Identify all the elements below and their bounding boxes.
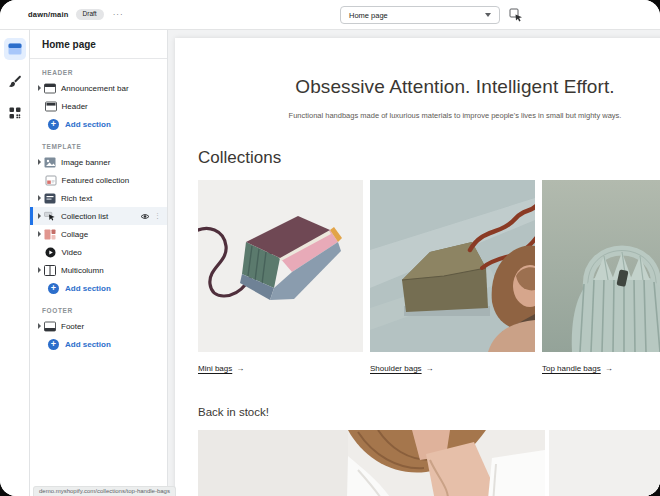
add-section-button-template[interactable]: + Add section [30, 279, 167, 297]
sidebar-item-label: Featured collection [62, 176, 130, 185]
sections-sidebar: Home page Header Announcement bar Header… [30, 30, 168, 496]
sidebar-item-label: Image banner [61, 158, 110, 167]
collection-card-shoulder-bags[interactable] [370, 180, 535, 352]
collection-card-mini-bags[interactable] [198, 180, 363, 352]
featured-collection-section [198, 430, 660, 496]
collection-links-row: Mini bags→ Shoulder bags→ Top handle bag… [198, 364, 660, 373]
sidebar-item-label: Rich text [61, 194, 92, 203]
collage-icon [44, 228, 56, 240]
announcement-bar-icon [44, 82, 56, 94]
collections-heading: Collections [198, 148, 660, 168]
expand-caret-icon[interactable] [38, 195, 41, 201]
top-handle-bags-image [542, 180, 660, 352]
page-selector-value: Home page [349, 11, 388, 20]
visibility-eye-icon[interactable] [140, 213, 150, 220]
hero-subtitle: Functional handbags made of luxurious ma… [175, 111, 660, 120]
sidebar-item-label: Collage [61, 230, 88, 239]
sections-icon [8, 43, 22, 55]
inspector-icon [508, 7, 524, 23]
sidebar-item-label: Collection list [61, 212, 108, 221]
sidebar-page-title: Home page [30, 30, 167, 59]
storefront-preview-area: Obsessive Attention. Intelligent Effort.… [168, 30, 660, 496]
inspector-toggle-button[interactable] [508, 7, 524, 23]
image-banner-icon [44, 156, 56, 168]
mini-bags-image [198, 180, 363, 352]
group-label-template: Template [42, 143, 167, 150]
collection-link-mini-bags[interactable]: Mini bags→ [198, 364, 363, 373]
arrow-right-icon: → [605, 364, 613, 373]
sidebar-item-label: Announcement bar [61, 84, 129, 93]
more-menu-button[interactable]: ··· [113, 10, 124, 19]
add-section-button-header[interactable]: + Add section [30, 115, 167, 133]
arrow-right-icon: → [236, 364, 244, 373]
header-icon [45, 100, 57, 112]
add-section-button-footer[interactable]: + Add section [30, 335, 167, 353]
sidebar-item-video[interactable]: Video [30, 243, 167, 261]
sidebar-item-image-banner[interactable]: Image banner [30, 153, 167, 171]
status-bar-url: demo.myshopify.com/collections/top-handl… [33, 486, 176, 496]
add-icon: + [48, 119, 59, 130]
expand-caret-icon[interactable] [38, 323, 41, 329]
product-image-plain[interactable] [549, 430, 660, 496]
theme-settings-button[interactable] [4, 70, 26, 92]
group-label-header: Header [42, 69, 167, 76]
add-icon: + [48, 339, 59, 350]
sidebar-item-label: Video [62, 248, 82, 257]
draft-status-badge: Draft [76, 9, 104, 20]
group-label-footer: Footer [42, 307, 167, 314]
shoulder-bags-image [370, 180, 535, 352]
expand-caret-icon[interactable] [38, 85, 41, 91]
collection-link-top-handle-bags[interactable]: Top handle bags→ [542, 364, 660, 373]
collection-list-section [198, 180, 660, 352]
sidebar-item-footer[interactable]: Footer [30, 317, 167, 335]
collection-link-shoulder-bags[interactable]: Shoulder bags→ [370, 364, 535, 373]
app-embeds-button[interactable] [4, 102, 26, 124]
chevron-down-icon [485, 13, 491, 17]
theme-settings-paintbrush-icon [8, 75, 21, 88]
sidebar-item-header[interactable]: Header [30, 97, 167, 115]
expand-caret-icon[interactable] [38, 231, 41, 237]
multicolumn-icon [44, 264, 56, 276]
sections-tab-button[interactable] [4, 38, 26, 60]
expand-caret-icon[interactable] [38, 159, 41, 165]
sidebar-item-label: Header [62, 102, 88, 111]
main-content: Home page Header Announcement bar Header… [0, 30, 660, 496]
rich-text-icon [44, 192, 56, 204]
footer-icon [44, 320, 56, 332]
sidebar-item-rich-text[interactable]: Rich text [30, 189, 167, 207]
sidebar-item-featured-collection[interactable]: Featured collection [30, 171, 167, 189]
sidebar-item-collage[interactable]: Collage [30, 225, 167, 243]
collection-card-top-handle-bags[interactable] [542, 180, 660, 352]
storefront-page: Obsessive Attention. Intelligent Effort.… [175, 38, 660, 496]
topbar: dawn/main Draft ··· Home page [0, 0, 660, 30]
theme-editor-window: dawn/main Draft ··· Home page [0, 0, 660, 496]
add-icon: + [48, 283, 59, 294]
sidebar-item-label: Multicolumn [61, 266, 104, 275]
sidebar-item-label: Footer [61, 322, 84, 331]
hero-title: Obsessive Attention. Intelligent Effort. [175, 76, 660, 98]
rich-text-section[interactable]: Obsessive Attention. Intelligent Effort.… [175, 38, 660, 120]
left-rail [0, 30, 30, 496]
sidebar-item-multicolumn[interactable]: Multicolumn [30, 261, 167, 279]
app-embeds-icon [9, 107, 21, 119]
back-in-stock-heading: Back in stock! [198, 406, 660, 418]
product-image-model[interactable] [198, 430, 545, 496]
collection-list-icon [44, 210, 56, 222]
expand-caret-icon[interactable] [38, 267, 41, 273]
sidebar-item-collection-list[interactable]: Collection list ⋮ [30, 207, 167, 225]
arrow-right-icon: → [426, 364, 434, 373]
featured-collection-icon [45, 174, 57, 186]
sidebar-item-announcement-bar[interactable]: Announcement bar [30, 79, 167, 97]
theme-name: dawn/main [28, 10, 69, 19]
page-selector-dropdown[interactable]: Home page [340, 6, 500, 24]
video-icon [45, 246, 57, 258]
expand-caret-icon[interactable] [38, 213, 41, 219]
drag-handle[interactable]: ⋮ [154, 212, 161, 220]
